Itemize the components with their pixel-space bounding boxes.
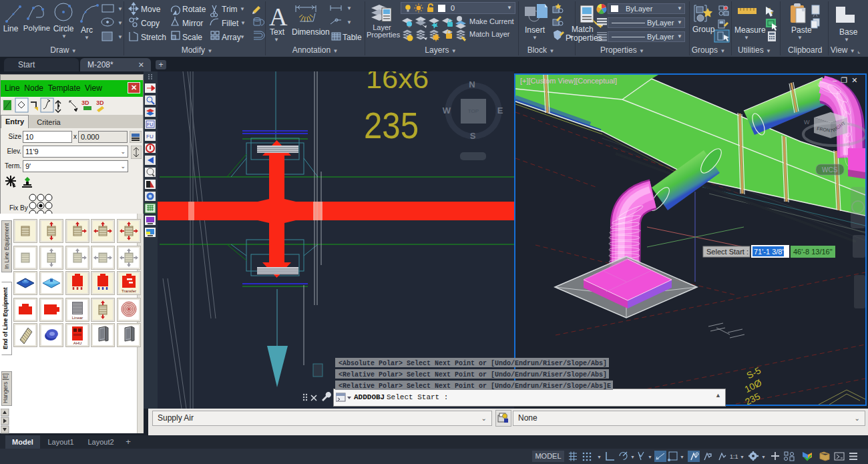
svg-text:<Relative Polar> Select Next P: <Relative Polar> Select Next Point or [U… xyxy=(339,371,607,379)
svg-text:71'-1 3/8": 71'-1 3/8" xyxy=(754,248,785,256)
svg-text:A: A xyxy=(269,3,288,31)
svg-text:235: 235 xyxy=(364,104,419,146)
svg-text:▼: ▼ xyxy=(630,455,635,459)
svg-text:AHU: AHU xyxy=(73,341,82,345)
svg-text:Linear: Linear xyxy=(72,316,83,320)
svg-text:▼: ▼ xyxy=(597,455,602,459)
svg-text:W: W xyxy=(804,119,810,126)
svg-text:FU: FU xyxy=(147,122,153,127)
svg-text:TOP: TOP xyxy=(468,108,479,114)
svg-text:FU: FU xyxy=(146,134,154,140)
svg-text:W: W xyxy=(443,105,451,115)
svg-text:▼: ▼ xyxy=(761,455,766,459)
svg-text:▼: ▼ xyxy=(680,455,684,459)
svg-text:Transfer: Transfer xyxy=(122,289,136,293)
svg-text:▼: ▼ xyxy=(648,455,652,459)
svg-text:▼: ▼ xyxy=(118,20,123,26)
svg-text:WCS: WCS xyxy=(822,166,838,174)
svg-text:S: S xyxy=(470,131,476,141)
svg-text:▼: ▼ xyxy=(240,20,246,26)
svg-text:N: N xyxy=(469,79,475,89)
svg-text:▼: ▼ xyxy=(118,6,123,12)
svg-text:▼: ▼ xyxy=(240,6,245,12)
svg-text:46'-8 13/16": 46'-8 13/16" xyxy=(793,248,833,256)
svg-text:3D: 3D xyxy=(81,99,89,106)
svg-text:16x6: 16x6 xyxy=(366,71,429,93)
svg-text:E: E xyxy=(497,105,503,115)
svg-text:<Relative Polar> Select Next P: <Relative Polar> Select Next Point or [U… xyxy=(339,383,611,390)
svg-text:▼: ▼ xyxy=(740,455,744,459)
svg-text:Select Start :: Select Start : xyxy=(706,248,748,256)
svg-text:3D: 3D xyxy=(96,99,104,106)
svg-text:1:1: 1:1 xyxy=(730,453,738,460)
svg-text:▼: ▼ xyxy=(118,34,123,40)
svg-text:▼: ▼ xyxy=(347,5,352,11)
svg-text:S-5: S-5 xyxy=(744,365,763,381)
svg-text:▼: ▼ xyxy=(347,19,352,25)
svg-text:<Absolute Polar> Select Next P: <Absolute Polar> Select Next Point or [U… xyxy=(339,360,607,367)
